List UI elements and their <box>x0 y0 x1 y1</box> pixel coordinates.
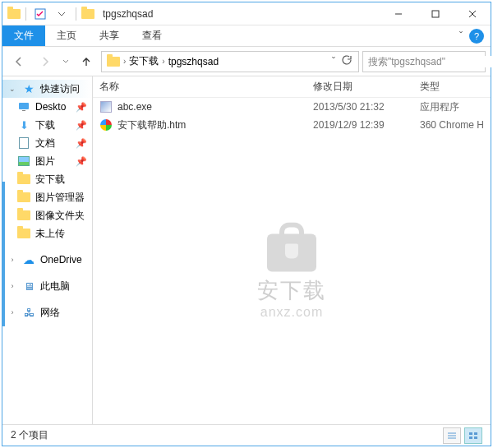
sidebar-thispc[interactable]: › 🖥 此电脑 <box>2 277 92 295</box>
status-text: 2 个项目 <box>11 428 48 442</box>
watermark: 安下载 anxz.com <box>257 222 326 320</box>
sidebar-item-label: 文档 <box>35 136 55 150</box>
tab-share[interactable]: 共享 <box>88 25 131 46</box>
ribbon-expand-icon[interactable]: ˇ <box>459 30 463 42</box>
folder-icon <box>17 209 30 222</box>
sidebar-item-downloads[interactable]: ⬇ 下载 📌 <box>2 116 92 134</box>
sidebar-item-label: 安下载 <box>35 173 65 187</box>
svg-rect-2 <box>432 11 439 17</box>
breadcrumb[interactable]: › 安下载 › tpgszhqsad ˇ <box>101 51 359 72</box>
view-icons-button[interactable] <box>464 427 482 444</box>
svg-rect-8 <box>22 110 25 111</box>
chevron-right-icon: › <box>162 57 164 66</box>
sidebar-item-picmgr[interactable]: 图片管理器 <box>2 188 92 206</box>
sidebar-item-imagefolder[interactable]: 图像文件夹 <box>2 206 92 224</box>
maximize-button[interactable] <box>417 2 454 25</box>
window-title: tpgszhqsad <box>103 8 153 20</box>
sidebar-item-pictures[interactable]: 图片 📌 <box>2 152 92 170</box>
close-button[interactable] <box>454 2 491 25</box>
watermark-cn: 安下载 <box>257 276 326 305</box>
sidebar-onedrive[interactable]: › ☁ OneDrive <box>2 251 92 269</box>
sidebar-network[interactable]: › 🖧 网络 <box>2 303 92 321</box>
column-date[interactable]: 修改日期 <box>306 80 413 94</box>
network-icon: 🖧 <box>22 306 35 319</box>
sidebar-item-documents[interactable]: 文档 📌 <box>2 134 92 152</box>
nav-back-button[interactable] <box>7 50 30 73</box>
star-icon: ★ <box>22 82 35 95</box>
chevron-down-icon: ⌄ <box>7 85 17 93</box>
breadcrumb-seg-1[interactable]: 安下载 <box>127 54 160 68</box>
file-row[interactable]: abc.exe 2013/5/30 21:32 应用程序 <box>93 98 491 116</box>
folder-icon <box>17 191 30 204</box>
chevron-down-icon[interactable]: ˇ <box>332 56 335 67</box>
nav-recent-dropdown[interactable] <box>60 50 71 73</box>
file-row[interactable]: 安下载帮助.htm 2019/12/9 12:39 360 Chrome H <box>93 116 491 134</box>
file-date: 2013/5/30 21:32 <box>306 101 413 113</box>
folder-icon-title <box>81 7 94 21</box>
nav-up-button[interactable] <box>75 50 98 73</box>
sidebar-label: 网络 <box>40 306 60 320</box>
file-name: 安下载帮助.htm <box>117 118 186 132</box>
pc-icon: 🖥 <box>22 279 35 293</box>
sidebar: ⌄ ★ 快速访问 Deskto 📌 ⬇ 下载 📌 文档 📌 图片 <box>2 76 93 424</box>
search-input[interactable] <box>368 56 491 67</box>
sidebar-item-notupload[interactable]: 未上传 <box>2 224 92 242</box>
sidebar-label: 快速访问 <box>40 82 80 96</box>
sidebar-item-label: Deskto <box>35 101 66 113</box>
refresh-icon[interactable] <box>340 54 352 68</box>
sidebar-item-desktop[interactable]: Deskto 📌 <box>2 98 92 116</box>
minimize-button[interactable] <box>380 2 417 25</box>
svg-rect-13 <box>474 432 477 435</box>
sidebar-item-label: 下载 <box>35 118 55 132</box>
sidebar-label: OneDrive <box>40 254 82 266</box>
sidebar-quick-access[interactable]: ⌄ ★ 快速访问 <box>2 80 92 98</box>
sidebar-item-label: 图片管理器 <box>35 191 85 205</box>
file-name: abc.exe <box>117 101 152 113</box>
file-list: 名称 修改日期 类型 abc.exe 2013/5/30 21:32 应用程序 <box>93 76 491 424</box>
sidebar-item-label: 图片 <box>35 155 55 169</box>
sidebar-item-label: 图像文件夹 <box>35 209 85 223</box>
help-icon[interactable]: ? <box>469 29 484 44</box>
tab-view[interactable]: 查看 <box>131 25 173 46</box>
svg-rect-15 <box>474 436 477 439</box>
breadcrumb-seg-2[interactable]: tpgszhqsad <box>167 56 220 67</box>
svg-rect-7 <box>19 103 29 109</box>
desktop-icon <box>17 100 30 113</box>
exe-icon <box>99 100 113 113</box>
download-icon: ⬇ <box>17 118 30 132</box>
chevron-right-icon: › <box>7 282 17 290</box>
folder-icon <box>107 57 120 67</box>
column-type[interactable]: 类型 <box>413 80 491 94</box>
pin-icon: 📌 <box>76 138 87 149</box>
address-bar: › 安下载 › tpgszhqsad ˇ <box>2 47 491 76</box>
folder-icon <box>17 227 30 240</box>
html-icon <box>99 118 113 132</box>
tab-home[interactable]: 主页 <box>45 25 88 46</box>
document-icon <box>17 136 30 150</box>
chevron-right-icon: › <box>123 57 126 66</box>
search-box[interactable] <box>362 51 486 72</box>
watermark-en: anxz.com <box>257 305 326 320</box>
pin-icon: 📌 <box>76 120 87 131</box>
onedrive-icon: ☁ <box>22 253 35 266</box>
sidebar-item-label: 未上传 <box>35 227 65 241</box>
tab-file[interactable]: 文件 <box>2 25 45 46</box>
view-details-button[interactable] <box>443 427 461 444</box>
file-type: 360 Chrome H <box>413 119 491 131</box>
sidebar-label: 此电脑 <box>40 279 70 293</box>
picture-icon <box>17 155 30 168</box>
sidebar-item-anxz[interactable]: 安下载 <box>2 170 92 188</box>
nav-forward-button[interactable] <box>34 50 57 73</box>
file-date: 2019/12/9 12:39 <box>306 119 413 131</box>
chevron-right-icon: › <box>7 256 17 264</box>
file-type: 应用程序 <box>413 100 491 114</box>
status-bar: 2 个项目 <box>2 424 491 446</box>
titlebar: tpgszhqsad <box>2 2 491 25</box>
svg-rect-14 <box>469 436 472 439</box>
column-name[interactable]: 名称 <box>93 80 306 94</box>
qat-properties[interactable] <box>31 5 49 23</box>
pin-icon: 📌 <box>76 156 87 167</box>
chevron-right-icon: › <box>7 308 17 316</box>
column-headers: 名称 修改日期 类型 <box>93 76 491 98</box>
qat-dropdown[interactable] <box>53 5 71 23</box>
